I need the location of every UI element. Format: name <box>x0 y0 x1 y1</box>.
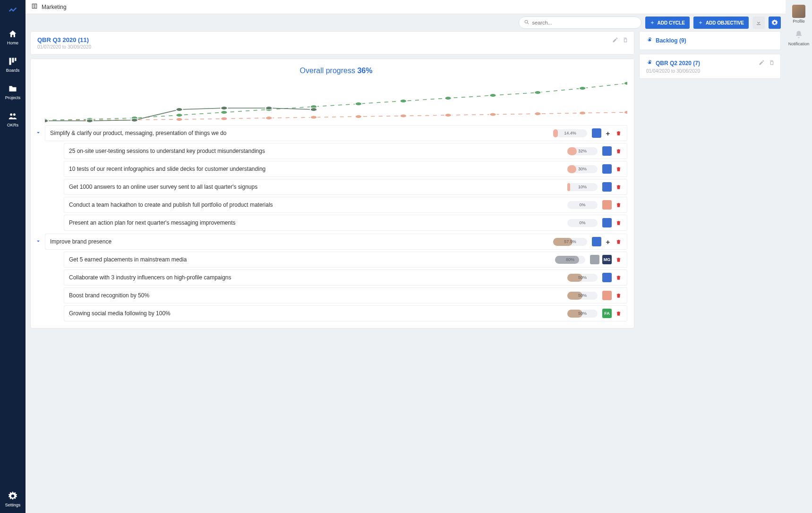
svg-point-26 <box>534 91 541 94</box>
assignee-chip[interactable] <box>602 218 612 227</box>
copy-icon[interactable] <box>769 59 775 67</box>
avatar <box>792 5 805 18</box>
delete-button[interactable] <box>615 292 622 299</box>
edit-icon[interactable] <box>759 59 765 67</box>
overall-progress-title: Overall progress 36% <box>45 67 627 75</box>
user-column: Profile Notification <box>786 0 812 513</box>
home-icon <box>8 29 17 39</box>
backlog-panel[interactable]: Backlog (9) <box>639 31 781 50</box>
sidebar-item-boards[interactable]: Boards <box>6 57 20 73</box>
assignee-chip[interactable] <box>592 128 601 138</box>
assignee-chip[interactable] <box>602 273 612 282</box>
kr-row[interactable]: Present an action plan for next quarter'… <box>64 215 627 231</box>
download-button[interactable] <box>752 17 765 29</box>
gear-icon <box>771 19 778 26</box>
kr-title: Conduct a team hackathon to create and p… <box>69 202 563 208</box>
app-logo-icon <box>8 6 18 16</box>
notification-label: Notification <box>788 42 810 46</box>
add-kr-button[interactable]: + <box>604 238 612 245</box>
kr-row[interactable]: Growing social media following by 100%50… <box>64 305 627 321</box>
assignee-chip[interactable]: FA <box>602 309 612 318</box>
delete-button[interactable] <box>615 256 622 263</box>
assignee-chip[interactable] <box>602 182 612 192</box>
kr-row[interactable]: 10 tests of our recent infographics and … <box>64 161 627 177</box>
kr-row[interactable]: Get 5 earned placements in mainstream me… <box>64 252 627 268</box>
svg-point-9 <box>400 114 407 118</box>
kr-row[interactable]: Conduct a team hackathon to create and p… <box>64 197 627 213</box>
profile-button[interactable]: Profile <box>792 5 805 24</box>
svg-point-32 <box>176 108 182 111</box>
copy-icon[interactable] <box>622 36 628 45</box>
sidebar-item-home[interactable]: Home <box>7 29 18 45</box>
gear-icon <box>8 491 17 501</box>
assignee-chip[interactable] <box>590 255 599 264</box>
svg-point-22 <box>355 102 362 106</box>
svg-point-35 <box>310 108 317 111</box>
kr-row[interactable]: Get 1000 answers to an online user surve… <box>64 179 627 195</box>
assignee-chip[interactable] <box>592 237 601 246</box>
chevron-down-icon[interactable] <box>35 238 42 246</box>
search-input[interactable] <box>532 20 636 25</box>
sidebar-item-projects[interactable]: Projects <box>5 84 21 100</box>
list-icon <box>31 3 38 11</box>
breadcrumb[interactable]: Marketing <box>42 4 67 10</box>
delete-button[interactable] <box>615 238 622 245</box>
progress-panel: Overall progress 36% Simplify & clarify … <box>30 59 634 328</box>
search-input-wrap[interactable] <box>519 17 641 29</box>
sidebar-item-settings[interactable]: Settings <box>5 491 21 507</box>
kr-title: Present an action plan for next quarter'… <box>69 219 563 226</box>
assignee-chip[interactable] <box>602 200 612 210</box>
delete-button[interactable] <box>615 183 622 191</box>
sidebar-item-label: Projects <box>5 95 21 100</box>
cycle-title[interactable]: QBR Q3 2020 (11) <box>37 36 627 43</box>
plus-icon <box>698 20 703 25</box>
svg-point-6 <box>265 117 272 120</box>
q2-panel[interactable]: QBR Q2 2020 (7) 01/04/2020 to 30/06/2020 <box>639 54 781 79</box>
sidebar-item-label: Home <box>7 41 18 45</box>
kr-title: Get 5 earned placements in mainstream me… <box>69 256 550 263</box>
delete-button[interactable] <box>615 147 622 155</box>
assignee-chip[interactable] <box>602 164 612 174</box>
svg-point-34 <box>265 107 272 110</box>
cycle-dates: 01/07/2020 to 30/09/2020 <box>37 44 627 50</box>
delete-button[interactable] <box>615 274 622 281</box>
kr-row[interactable]: Boost brand recognition by 50%50% <box>64 287 627 303</box>
svg-point-24 <box>444 97 451 100</box>
kr-row[interactable]: Collaborate with 3 industry influencers … <box>64 269 627 286</box>
delete-button[interactable] <box>615 165 622 173</box>
sidebar-item-okrs[interactable]: OKRs <box>7 111 18 127</box>
delete-button[interactable] <box>615 310 622 317</box>
objective-row[interactable]: Simplify & clarify our product, messagin… <box>45 125 627 141</box>
assignee-chip[interactable] <box>602 146 612 156</box>
svg-point-31 <box>131 118 137 122</box>
progress-chart <box>45 80 627 122</box>
kr-title: Boost brand recognition by 50% <box>69 292 563 299</box>
add-objective-button[interactable]: ADD OBJECTIVE <box>693 17 749 29</box>
assignee-chip[interactable]: MG <box>602 255 612 264</box>
edit-icon[interactable] <box>612 36 618 45</box>
svg-point-8 <box>355 115 362 118</box>
add-objective-label: ADD OBJECTIVE <box>706 20 744 25</box>
assignee-chip[interactable] <box>602 291 612 300</box>
sidebar-item-label: Boards <box>6 68 20 73</box>
q2-dates: 01/04/2020 to 30/06/2020 <box>646 68 774 74</box>
profile-label: Profile <box>793 19 805 24</box>
delete-button[interactable] <box>615 201 622 209</box>
notification-button[interactable]: Notification <box>788 30 810 46</box>
objective-row[interactable]: Improve brand presence57.5%+ <box>45 234 627 250</box>
people-icon <box>8 111 17 121</box>
delete-button[interactable] <box>615 129 622 137</box>
add-cycle-button[interactable]: ADD CYCLE <box>645 17 690 29</box>
chevron-down-icon[interactable] <box>35 129 42 137</box>
settings-button[interactable] <box>769 17 781 29</box>
sidebar-item-label: Settings <box>5 503 21 507</box>
kr-row[interactable]: 25 on-site user-testing sessions to unde… <box>64 143 627 159</box>
q2-title: QBR Q2 2020 (7) <box>656 60 700 67</box>
svg-point-0 <box>525 20 528 23</box>
delete-button[interactable] <box>615 219 622 227</box>
breadcrumb-bar: Marketing <box>26 0 786 14</box>
download-icon <box>755 19 762 26</box>
plus-icon <box>650 20 655 25</box>
add-kr-button[interactable]: + <box>604 129 612 137</box>
svg-point-13 <box>579 111 586 115</box>
